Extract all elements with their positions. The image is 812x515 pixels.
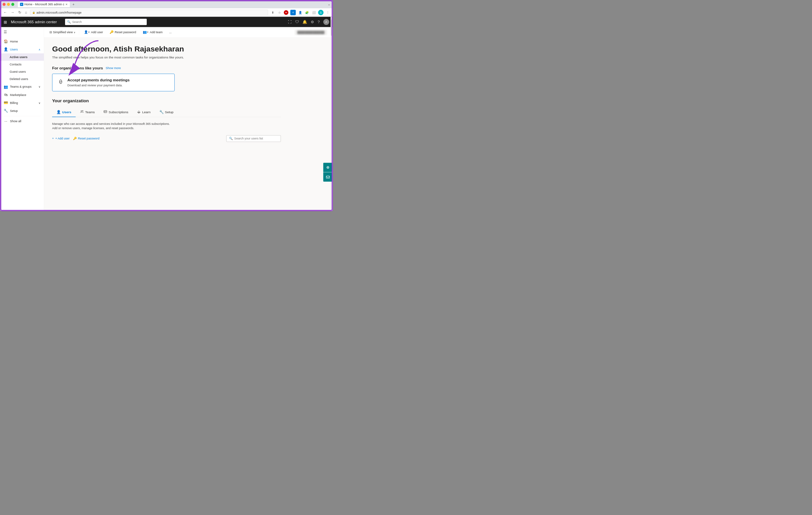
- sidebar-subitem-contacts[interactable]: Contacts: [0, 61, 44, 68]
- marketplace-icon: 🛍: [4, 93, 8, 97]
- search-input[interactable]: [72, 20, 145, 24]
- simplified-view-button[interactable]: ⊟ Simplified view ∨: [50, 31, 76, 34]
- global-search[interactable]: 🔍: [65, 19, 147, 25]
- main-content: Good afternoon, Atish Rajasekharan The s…: [44, 37, 289, 151]
- new-tab-button[interactable]: +: [72, 2, 75, 7]
- add-team-label: Add team: [150, 31, 163, 34]
- bottom-add-user-label: + Add user: [55, 137, 69, 140]
- sidebar-item-users[interactable]: 👤 Users ∧: [0, 46, 44, 54]
- show-more-link[interactable]: Show more: [106, 66, 121, 70]
- sidebar-billing-label: Billing: [10, 101, 18, 105]
- add-user-button[interactable]: 👤+ Add user: [82, 29, 105, 35]
- lock-icon: 🔒: [32, 11, 35, 14]
- tab-title: Home - Microsoft 365 admin c: [24, 3, 64, 6]
- more-menu-icon[interactable]: ⋮: [325, 10, 330, 15]
- extension-icon-blue[interactable]: 4: [290, 10, 296, 15]
- user-avatar[interactable]: A: [323, 19, 329, 25]
- tab-close-button[interactable]: ✕: [65, 3, 68, 6]
- fullscreen-icon[interactable]: ⛶: [288, 20, 291, 24]
- extension-icon-puzzle[interactable]: 🧩: [304, 10, 310, 15]
- chevron-down-icon: ∨: [38, 85, 40, 88]
- reload-button[interactable]: ↻: [17, 10, 22, 16]
- close-button[interactable]: [3, 3, 6, 6]
- tab-teams[interactable]: Teams: [76, 108, 99, 117]
- sidebar-subitem-active-users[interactable]: Active users: [0, 54, 44, 61]
- maximize-button[interactable]: [11, 3, 14, 6]
- bell-icon[interactable]: 🔔: [302, 20, 307, 24]
- forward-button[interactable]: →: [10, 10, 15, 16]
- tab-subscriptions[interactable]: Subscriptions: [99, 108, 133, 117]
- show-all-label: Show all: [10, 119, 21, 123]
- more-actions-button[interactable]: ...: [168, 30, 173, 35]
- billing-icon: 💳: [4, 101, 8, 105]
- org-tabs: 👤 Users: [52, 108, 281, 117]
- reset-password-label: Reset password: [115, 31, 136, 34]
- main-panel: ⊟ Simplified view ∨ 👤+ Add user 🔑 Reset …: [44, 27, 332, 211]
- traffic-lights: [3, 3, 14, 6]
- action-toolbar: ⊟ Simplified view ∨ 👤+ Add user 🔑 Reset …: [44, 27, 332, 38]
- add-user-label: Add user: [91, 31, 103, 34]
- search-icon: 🔍: [67, 20, 71, 24]
- blurred-action: ██████████████: [294, 30, 327, 35]
- tab-setup[interactable]: 🔧 Setup: [155, 108, 178, 117]
- share-icon[interactable]: ⬆: [270, 10, 275, 15]
- bottom-reset-password-label: Reset password: [78, 137, 99, 140]
- app-topbar: ⊞ Microsoft 365 admin center 🔍 ⛶ 🛡 🔔 ⚙ ?…: [0, 17, 332, 27]
- extension-icon-red[interactable]: ●: [284, 10, 288, 15]
- sidebar-hamburger[interactable]: ☰: [0, 27, 44, 37]
- sidebar-item-teams-groups[interactable]: 👥 Teams & groups ∨: [0, 83, 44, 91]
- url-text: admin.microsoft.com/#/homepage: [36, 11, 82, 14]
- address-bar[interactable]: 🔒 admin.microsoft.com/#/homepage: [30, 10, 268, 15]
- scrollbar-track[interactable]: [331, 17, 332, 210]
- bookmark-icon[interactable]: ☆: [277, 10, 282, 15]
- right-panel-chat-button[interactable]: [323, 163, 332, 172]
- search-users-box[interactable]: 🔍: [226, 136, 281, 142]
- add-team-button[interactable]: 👥+ Add team: [141, 29, 164, 35]
- sidebar-item-billing[interactable]: 💳 Billing ∨: [0, 99, 44, 107]
- sidebar-teams-label: Teams & groups: [10, 85, 32, 89]
- tab-users[interactable]: 👤 Users: [52, 108, 76, 117]
- sidebar-item-setup[interactable]: 🔧 Setup: [0, 107, 44, 115]
- tab-users-label: Users: [62, 110, 71, 114]
- tab-subscriptions-icon: [104, 110, 107, 114]
- bottom-add-user-button[interactable]: + + Add user: [52, 136, 70, 142]
- sidebar-item-marketplace[interactable]: 🛍 Marketplace: [0, 91, 44, 98]
- add-team-icon: 👥+: [143, 30, 149, 34]
- tab-users-icon: 👤: [56, 110, 61, 114]
- tab-learn-icon: [137, 110, 141, 114]
- ellipsis-icon: ···: [4, 119, 8, 123]
- tab-teams-icon: [80, 110, 84, 114]
- grid-icon[interactable]: ⊞: [4, 20, 7, 24]
- settings-icon[interactable]: ⚙: [311, 20, 314, 24]
- sidebar-item-home[interactable]: 🏠 Home: [0, 37, 44, 45]
- extension-icon-teal[interactable]: S: [318, 10, 323, 15]
- sidebar-item-show-all[interactable]: ··· Show all: [0, 117, 44, 125]
- feature-card[interactable]: Accept payments during meetings Download…: [52, 74, 175, 91]
- back-button[interactable]: ←: [3, 10, 8, 16]
- browser-tab[interactable]: M Home - Microsoft 365 admin c ✕: [18, 2, 70, 7]
- scrollbar-thumb[interactable]: [331, 20, 332, 36]
- card-description: Download and review your payment data.: [67, 83, 130, 87]
- bottom-reset-password-button[interactable]: 🔑 Reset password: [73, 136, 99, 142]
- tab-learn[interactable]: Learn: [133, 108, 155, 117]
- extension-icon-person[interactable]: 👤: [298, 10, 303, 15]
- help-icon[interactable]: ?: [318, 20, 320, 24]
- subtitle-text: The simplified view helps you focus on t…: [52, 55, 281, 59]
- minimize-button[interactable]: [7, 3, 10, 6]
- teams-groups-icon: 👥: [4, 85, 8, 89]
- contacts-label: Contacts: [10, 63, 22, 66]
- tab-setup-label: Setup: [165, 110, 174, 114]
- admin-panel-icon[interactable]: 🛡: [295, 20, 299, 24]
- home-button[interactable]: ⌂: [24, 10, 28, 16]
- search-users-input[interactable]: [234, 137, 278, 140]
- sidebar-subitem-deleted-users[interactable]: Deleted users: [0, 75, 44, 83]
- sidebar-subitem-guest-users[interactable]: Guest users: [0, 68, 44, 75]
- right-panel-message-button[interactable]: [323, 172, 332, 182]
- sidebar-setup-label: Setup: [10, 109, 18, 113]
- chevron-up-icon: ∧: [38, 48, 40, 51]
- tab-description: Manage who can access apps and services …: [52, 121, 175, 131]
- active-users-label: Active users: [10, 55, 28, 59]
- search-users-icon: 🔍: [229, 137, 233, 140]
- extension-icon-tablet[interactable]: ⬜: [311, 10, 316, 15]
- reset-password-button[interactable]: 🔑 Reset password: [108, 29, 138, 35]
